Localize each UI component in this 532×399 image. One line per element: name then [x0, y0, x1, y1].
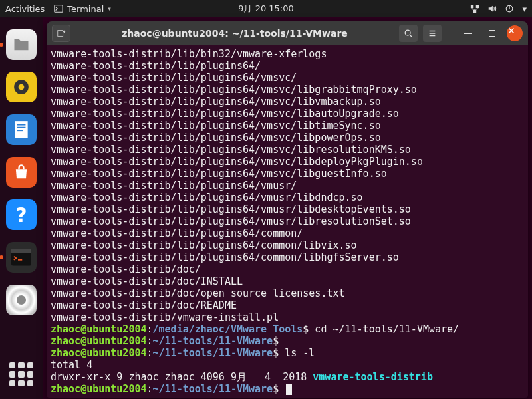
svg-rect-1 — [471, 5, 473, 8]
terminal-body[interactable]: vmware-tools-distrib/lib/bin32/vmware-xf… — [47, 45, 528, 398]
svg-rect-9 — [17, 124, 26, 125]
running-indicator — [0, 255, 3, 259]
clock[interactable]: 9月 20 15:00 — [238, 3, 294, 15]
apps-grid-icon — [9, 362, 33, 386]
dock-show-applications[interactable] — [6, 359, 37, 390]
close-icon — [507, 26, 516, 35]
svg-point-7 — [19, 84, 25, 90]
terminal-icon — [54, 4, 63, 13]
hamburger-menu-button[interactable] — [423, 25, 442, 42]
question-icon: ? — [15, 203, 27, 227]
running-indicator — [0, 43, 3, 47]
close-button[interactable] — [507, 25, 523, 41]
window-titlebar[interactable]: zhaoc@ubuntu2004: ~/11-tools/11-VMware — [47, 21, 528, 45]
terminal-icon — [11, 249, 31, 266]
svg-rect-11 — [17, 130, 23, 131]
svg-rect-10 — [17, 127, 26, 128]
svg-line-19 — [410, 35, 412, 37]
activities-label: Activities — [5, 4, 45, 14]
dock-app-rhythmbox[interactable] — [6, 72, 37, 102]
text-cursor — [286, 384, 292, 395]
dock-app-help[interactable]: ? — [6, 200, 37, 230]
app-menu[interactable]: Terminal ▾ — [54, 4, 110, 14]
network-icon — [470, 4, 479, 13]
search-icon — [404, 29, 413, 38]
disc-icon — [17, 295, 26, 305]
window-title: zhaoc@ubuntu2004: ~/11-tools/11-VMware — [76, 28, 394, 39]
dock-app-terminal[interactable] — [6, 242, 37, 273]
dock-app-software[interactable] — [6, 157, 37, 188]
power-icon — [505, 4, 514, 13]
svg-rect-3 — [473, 10, 476, 13]
chevron-down-icon: ▾ — [522, 4, 527, 14]
svg-rect-2 — [476, 5, 479, 8]
document-icon — [13, 120, 30, 140]
dock-app-dvd[interactable] — [6, 285, 37, 315]
app-menu-label: Terminal — [67, 4, 104, 14]
dock: ? — [0, 17, 43, 399]
system-status-area[interactable]: ▾ — [470, 4, 527, 14]
search-button[interactable] — [399, 25, 418, 42]
maximize-icon — [489, 30, 495, 37]
svg-rect-0 — [55, 5, 63, 13]
chevron-down-icon: ▾ — [108, 5, 111, 12]
new-tab-button[interactable] — [52, 25, 70, 42]
shopping-bag-icon — [12, 163, 31, 182]
terminal-window: zhaoc@ubuntu2004: ~/11-tools/11-VMware v… — [47, 21, 528, 398]
new-tab-icon — [57, 29, 66, 38]
speaker-icon — [13, 78, 30, 96]
folder-icon — [12, 35, 31, 54]
hamburger-icon — [428, 29, 437, 38]
minimize-icon — [464, 33, 472, 34]
activities-button[interactable]: Activities — [5, 4, 45, 14]
dock-app-writer[interactable] — [6, 114, 37, 145]
svg-point-18 — [405, 30, 410, 35]
svg-rect-13 — [11, 249, 31, 253]
maximize-button[interactable] — [483, 25, 501, 42]
gnome-topbar: Activities Terminal ▾ 9月 20 15:00 ▾ — [0, 0, 532, 17]
dock-app-files[interactable] — [6, 29, 37, 60]
minimize-button[interactable] — [459, 25, 477, 42]
volume-icon — [487, 4, 497, 13]
svg-rect-15 — [58, 31, 63, 37]
datetime-label: 9月 20 15:00 — [238, 3, 294, 13]
